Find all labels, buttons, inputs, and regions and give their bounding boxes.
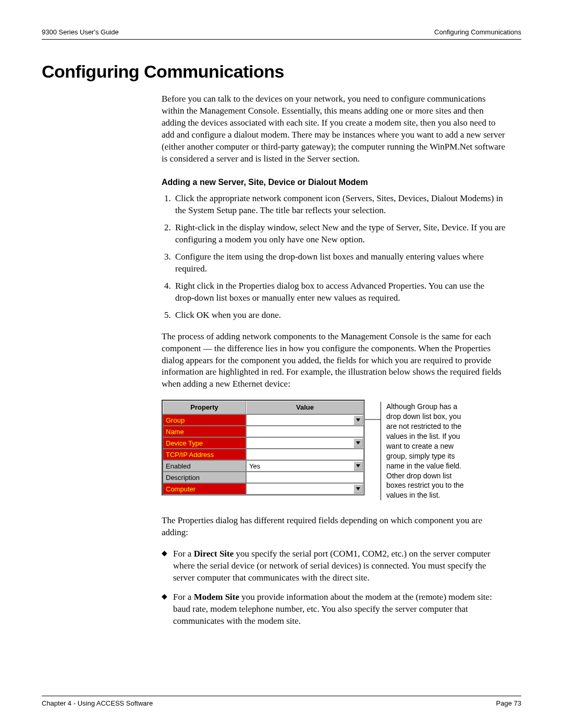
property-value[interactable] [246,483,364,495]
table-row: TCP/IP Address [163,449,364,460]
property-value[interactable] [246,414,364,426]
table-row: Computer [163,483,364,495]
step-item: Right-click in the display window, selec… [173,222,506,246]
table-row: Device Type [163,437,364,449]
properties-table: Property Value GroupNameDevice TypeTCP/I… [162,400,365,496]
property-value[interactable] [246,437,364,449]
page-footer: Chapter 4 - Using ACCESS Software Page 7… [42,696,521,707]
step-item: Click OK when you are done. [173,310,506,322]
page-title: Configuring Communications [42,61,521,82]
footer-left: Chapter 4 - Using ACCESS Software [42,699,153,707]
dropdown-icon[interactable] [353,415,363,425]
dropdown-icon[interactable] [353,461,363,471]
step-item: Configure the item using the drop-down l… [173,251,506,275]
callout-text: Although Group has a drop down list box,… [381,402,464,500]
footer-right: Page 73 [496,699,521,707]
steps-list: Click the appropriate network component … [173,193,506,321]
header-left: 9300 Series User's Guide [42,28,119,36]
property-label: TCP/IP Address [163,449,246,460]
header-right: Configuring Communications [434,28,521,36]
bullet-item: For a Direct Site you specify the serial… [162,548,506,584]
property-label: Description [163,472,246,483]
dropdown-icon[interactable] [353,438,363,448]
svg-marker-2 [356,464,360,467]
svg-marker-1 [356,441,360,445]
properties-figure: Property Value GroupNameDevice TypeTCP/I… [162,400,506,500]
step-item: Right click in the Properties dialog box… [173,280,506,304]
property-label: Device Type [163,437,246,449]
intro-paragraph: Before you can talk to the devices on yo… [162,93,506,165]
bullet-list: For a Direct Site you specify the serial… [162,548,506,627]
table-row: EnabledYes [163,460,364,472]
table-row: Group [163,414,364,426]
svg-marker-0 [356,418,360,422]
table-row: Name [163,426,364,437]
step-item: Click the appropriate network component … [173,193,506,217]
property-value[interactable] [246,472,364,483]
paragraph-2: The process of adding network components… [162,331,506,391]
property-label: Enabled [163,460,246,472]
table-header-value: Value [246,401,364,414]
property-value[interactable] [246,449,364,460]
property-value[interactable] [246,426,364,437]
property-label: Group [163,414,246,426]
page-header: 9300 Series User's Guide Configuring Com… [42,28,521,40]
paragraph-3: The Properties dialog has different requ… [162,515,506,539]
table-row: Description [163,472,364,483]
property-label: Name [163,426,246,437]
svg-marker-3 [356,487,360,490]
bullet-item: For a Modem Site you provide information… [162,591,506,627]
property-value[interactable]: Yes [246,460,364,472]
dropdown-icon[interactable] [353,484,363,493]
property-label: Computer [163,483,246,495]
table-header-property: Property [163,401,246,414]
subheading: Adding a new Server, Site, Device or Dia… [162,177,506,188]
